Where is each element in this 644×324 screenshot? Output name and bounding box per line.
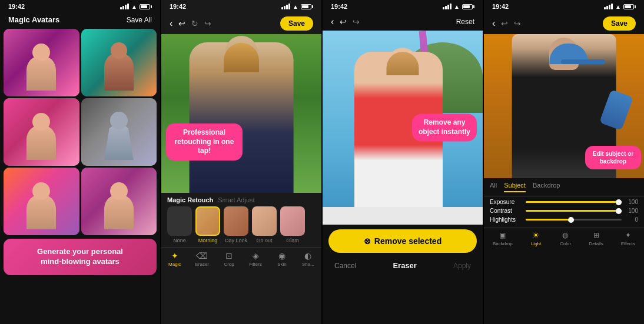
retouch-thumb-none bbox=[167, 206, 192, 236]
battery-icon bbox=[462, 4, 474, 9]
toolbar-color[interactable]: ◍ Color bbox=[559, 231, 571, 246]
toolbar-crop-label: Crop bbox=[224, 262, 234, 267]
avatar-cell-6[interactable] bbox=[81, 168, 157, 235]
phone4-status-bar: 19:42 ▲ bbox=[484, 0, 644, 13]
undo-icon[interactable]: ↩ bbox=[178, 19, 185, 28]
phone2-status-icons: ▲ bbox=[281, 4, 313, 10]
undo-icon[interactable]: ↩ bbox=[501, 19, 508, 28]
exposure-label: Exposure bbox=[490, 199, 522, 205]
phone2-save-button[interactable]: Save bbox=[280, 16, 313, 31]
smart-adjust-label: Smart Adjust bbox=[218, 196, 254, 203]
retouch-glam[interactable]: Glam bbox=[280, 206, 305, 243]
phone2-header: ‹ ↩ ↻ ↪ Save bbox=[161, 13, 321, 34]
tab-all[interactable]: All bbox=[490, 182, 497, 192]
phone2-bottom-toolbar: ✦ Magic ⌫ Eraser ⊡ Crop ◈ Filters ◉ Skin… bbox=[161, 247, 321, 270]
battery-icon bbox=[623, 4, 636, 9]
exposure-value: 100 bbox=[625, 199, 638, 205]
avatar-cell-4[interactable] bbox=[81, 98, 157, 166]
tab-backdrop[interactable]: Backdrop bbox=[533, 182, 560, 192]
avatar-cell-3[interactable] bbox=[4, 98, 79, 166]
back-icon[interactable]: ‹ bbox=[170, 18, 172, 29]
forward-icon[interactable]: ↪ bbox=[204, 19, 211, 28]
wifi-icon: ▲ bbox=[293, 4, 298, 10]
phone1-header: Magic Avatars Save All bbox=[0, 13, 160, 29]
toolbar-sha[interactable]: ◐ Sha... bbox=[302, 251, 314, 267]
toolbar-details-label: Details bbox=[589, 241, 603, 246]
signal-icon bbox=[120, 4, 129, 9]
magic-icon: ✦ bbox=[169, 251, 181, 260]
retouch-none[interactable]: None bbox=[167, 206, 192, 243]
highlights-thumb[interactable] bbox=[568, 217, 574, 223]
battery-icon bbox=[140, 4, 152, 9]
filters-icon: ◈ bbox=[250, 251, 261, 260]
redo-icon[interactable]: ↪ bbox=[514, 19, 521, 28]
contrast-track[interactable] bbox=[526, 210, 622, 212]
cancel-button[interactable]: Cancel bbox=[334, 262, 356, 270]
highlights-slider-row: Highlights 0 bbox=[490, 216, 638, 223]
phone4-status-icons: ▲ bbox=[604, 4, 636, 10]
undo-icon[interactable]: ↩ bbox=[340, 17, 347, 26]
toolbar-backdrop[interactable]: ▣ Backdrop bbox=[493, 231, 513, 246]
back-icon[interactable]: ‹ bbox=[331, 16, 334, 27]
toolbar-details[interactable]: ⊞ Details bbox=[589, 231, 603, 246]
toolbar-crop[interactable]: ⊡ Crop bbox=[223, 251, 235, 267]
exposure-thumb[interactable] bbox=[616, 199, 622, 205]
phone3-bubble: Remove any object instantly bbox=[412, 113, 477, 141]
nav-controls: ‹ ↩ ↪ bbox=[492, 18, 521, 29]
reset-button[interactable]: Reset bbox=[456, 18, 474, 26]
phone3-header: ‹ ↩ ↪ Reset bbox=[323, 13, 483, 31]
phone4-save-button[interactable]: Save bbox=[603, 16, 636, 31]
battery-icon bbox=[301, 4, 313, 9]
phone1-banner-text: Generate your personal mind-blowing avat… bbox=[11, 247, 150, 267]
tab-subject[interactable]: Subject bbox=[504, 182, 526, 192]
signal-icon bbox=[443, 4, 452, 9]
toolbar-skin-label: Skin bbox=[277, 262, 287, 267]
phone2-time: 19:42 bbox=[170, 3, 186, 10]
wifi-icon: ▲ bbox=[454, 4, 460, 10]
back-icon[interactable]: ‹ bbox=[492, 18, 495, 29]
toolbar-skin[interactable]: ◉ Skin bbox=[276, 251, 288, 267]
toolbar-filters[interactable]: ◈ Filters bbox=[249, 251, 262, 267]
retouch-goout-label: Go out bbox=[256, 238, 272, 243]
retouch-glam-label: Glam bbox=[286, 238, 299, 243]
phone2-status-bar: 19:42 ▲ bbox=[161, 0, 321, 13]
sha-icon: ◐ bbox=[302, 251, 314, 260]
retouch-morning-label: Morning bbox=[198, 238, 218, 243]
highlights-value: 0 bbox=[625, 216, 638, 223]
phone4-sliders: Exposure 100 Contrast 100 Highlights 0 bbox=[484, 196, 644, 228]
avatar-cell-5[interactable] bbox=[4, 168, 79, 235]
toolbar-eraser[interactable]: ⌫ Eraser bbox=[195, 251, 209, 267]
retouch-thumb-goout bbox=[252, 206, 277, 236]
redo-icon2[interactable]: ↻ bbox=[191, 19, 198, 28]
phone3-status-bar: 19:42 ▲ bbox=[323, 0, 483, 13]
toolbar-effects[interactable]: ✦ Effects bbox=[621, 231, 635, 246]
nav-controls: ‹ ↩ ↪ bbox=[331, 16, 360, 27]
remove-selected-button[interactable]: ⊗ Remove selected bbox=[328, 229, 477, 253]
retouch-options: None Morning Day Look Go out Glam bbox=[167, 206, 316, 243]
retouch-morning[interactable]: Morning bbox=[195, 206, 220, 243]
redo-icon[interactable]: ↪ bbox=[353, 17, 360, 26]
signal-icon bbox=[281, 4, 290, 9]
phone3-screen: 19:42 ▲ ‹ ↩ ↪ Reset bbox=[323, 0, 483, 324]
toolbar-color-label: Color bbox=[560, 241, 571, 246]
details-icon: ⊞ bbox=[590, 231, 602, 240]
avatar-cell-2[interactable] bbox=[81, 29, 157, 96]
magic-retouch-section: Magic Retouch Smart Adjust None Morning … bbox=[161, 193, 321, 247]
avatar-cell-1[interactable] bbox=[4, 29, 79, 96]
exposure-track[interactable] bbox=[526, 201, 622, 203]
phone1-status-bar: 19:42 ▲ bbox=[0, 0, 160, 13]
contrast-label: Contrast bbox=[490, 208, 522, 214]
phone1-title: Magic Avatars bbox=[8, 15, 59, 24]
toolbar-sha-label: Sha... bbox=[302, 262, 314, 267]
retouch-daylook[interactable]: Day Look bbox=[224, 206, 248, 243]
highlights-track[interactable] bbox=[526, 219, 622, 221]
apply-button[interactable]: Apply bbox=[453, 262, 471, 270]
save-all-button[interactable]: Save All bbox=[127, 16, 152, 24]
toolbar-light[interactable]: ☀ Light bbox=[530, 231, 542, 246]
phone4-tabs: All Subject Backdrop bbox=[484, 178, 644, 196]
phone2-image-area: Professional retouching in one tap! bbox=[161, 34, 321, 193]
retouch-goout[interactable]: Go out bbox=[252, 206, 277, 243]
toolbar-magic[interactable]: ✦ Magic bbox=[168, 251, 181, 267]
phone4-bubble: Edit subject or backdrop bbox=[585, 146, 641, 169]
contrast-thumb[interactable] bbox=[616, 208, 622, 214]
